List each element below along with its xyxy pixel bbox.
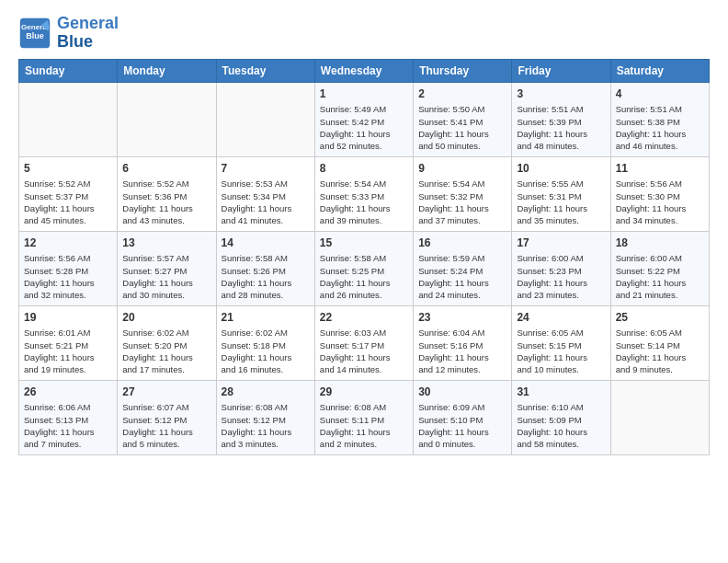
day-info: Sunrise: 5:56 AMSunset: 5:28 PMDaylight:… xyxy=(24,252,112,301)
calendar-cell: 5Sunrise: 5:52 AMSunset: 5:37 PMDaylight… xyxy=(19,156,118,231)
day-info: Sunrise: 6:07 AMSunset: 5:12 PMDaylight:… xyxy=(122,401,210,450)
day-info: Sunrise: 5:58 AMSunset: 5:26 PMDaylight:… xyxy=(222,252,310,301)
calendar-cell: 14Sunrise: 5:58 AMSunset: 5:26 PMDayligh… xyxy=(216,231,314,305)
day-info: Sunrise: 6:09 AMSunset: 5:10 PMDaylight:… xyxy=(418,401,506,450)
calendar-cell: 17Sunrise: 6:00 AMSunset: 5:23 PMDayligh… xyxy=(512,231,610,305)
calendar-cell: 30Sunrise: 6:09 AMSunset: 5:10 PMDayligh… xyxy=(414,380,512,454)
day-number: 12 xyxy=(24,236,112,251)
day-info: Sunrise: 5:59 AMSunset: 5:24 PMDaylight:… xyxy=(418,252,506,301)
day-info: Sunrise: 6:00 AMSunset: 5:22 PMDaylight:… xyxy=(616,252,704,301)
day-number: 28 xyxy=(222,385,310,400)
calendar-cell: 16Sunrise: 5:59 AMSunset: 5:24 PMDayligh… xyxy=(414,231,512,305)
calendar-cell xyxy=(118,82,216,156)
day-info: Sunrise: 6:03 AMSunset: 5:17 PMDaylight:… xyxy=(320,327,408,375)
day-number: 6 xyxy=(122,161,210,177)
weekday-header-monday: Monday xyxy=(118,59,216,82)
calendar-cell xyxy=(610,380,709,454)
day-number: 30 xyxy=(418,385,506,400)
calendar-cell: 28Sunrise: 6:08 AMSunset: 5:12 PMDayligh… xyxy=(216,380,314,454)
day-number: 8 xyxy=(320,161,408,177)
day-number: 17 xyxy=(517,236,605,251)
logo-text: GeneralBlue xyxy=(57,15,119,52)
day-number: 24 xyxy=(517,310,605,326)
day-info: Sunrise: 5:49 AMSunset: 5:42 PMDaylight:… xyxy=(320,103,408,152)
day-info: Sunrise: 5:51 AMSunset: 5:38 PMDaylight:… xyxy=(616,103,704,152)
day-info: Sunrise: 6:06 AMSunset: 5:13 PMDaylight:… xyxy=(24,401,112,450)
calendar-cell: 10Sunrise: 5:55 AMSunset: 5:31 PMDayligh… xyxy=(512,156,610,231)
day-number: 25 xyxy=(616,310,704,326)
day-info: Sunrise: 5:54 AMSunset: 5:32 PMDaylight:… xyxy=(418,178,506,226)
day-number: 21 xyxy=(222,310,310,326)
day-number: 27 xyxy=(122,385,210,400)
day-info: Sunrise: 5:53 AMSunset: 5:34 PMDaylight:… xyxy=(222,178,310,226)
day-info: Sunrise: 6:01 AMSunset: 5:21 PMDaylight:… xyxy=(24,327,112,375)
calendar-cell: 3Sunrise: 5:51 AMSunset: 5:39 PMDaylight… xyxy=(512,82,610,156)
calendar-cell: 8Sunrise: 5:54 AMSunset: 5:33 PMDaylight… xyxy=(314,156,413,231)
weekday-header-tuesday: Tuesday xyxy=(216,59,314,82)
day-info: Sunrise: 6:05 AMSunset: 5:14 PMDaylight:… xyxy=(616,327,704,375)
svg-text:Blue: Blue xyxy=(26,31,44,40)
calendar-cell: 27Sunrise: 6:07 AMSunset: 5:12 PMDayligh… xyxy=(118,380,216,454)
calendar-cell: 29Sunrise: 6:08 AMSunset: 5:11 PMDayligh… xyxy=(314,380,413,454)
day-info: Sunrise: 5:54 AMSunset: 5:33 PMDaylight:… xyxy=(320,178,408,226)
day-number: 20 xyxy=(122,310,210,326)
day-info: Sunrise: 5:50 AMSunset: 5:41 PMDaylight:… xyxy=(418,103,506,152)
day-info: Sunrise: 6:05 AMSunset: 5:15 PMDaylight:… xyxy=(517,327,605,375)
day-number: 9 xyxy=(418,161,506,177)
day-info: Sunrise: 6:04 AMSunset: 5:16 PMDaylight:… xyxy=(418,327,506,375)
day-number: 22 xyxy=(320,310,408,326)
calendar-cell: 9Sunrise: 5:54 AMSunset: 5:32 PMDaylight… xyxy=(414,156,512,231)
day-info: Sunrise: 5:56 AMSunset: 5:30 PMDaylight:… xyxy=(616,178,704,226)
calendar-cell: 12Sunrise: 5:56 AMSunset: 5:28 PMDayligh… xyxy=(19,231,118,305)
calendar-cell: 2Sunrise: 5:50 AMSunset: 5:41 PMDaylight… xyxy=(414,82,512,156)
calendar-cell: 25Sunrise: 6:05 AMSunset: 5:14 PMDayligh… xyxy=(610,305,709,380)
day-number: 1 xyxy=(320,86,408,102)
day-info: Sunrise: 6:00 AMSunset: 5:23 PMDaylight:… xyxy=(517,252,605,301)
day-number: 16 xyxy=(418,236,506,251)
day-number: 14 xyxy=(222,236,310,251)
weekday-header-friday: Friday xyxy=(512,59,610,82)
calendar-cell: 7Sunrise: 5:53 AMSunset: 5:34 PMDaylight… xyxy=(216,156,314,231)
calendar-cell: 20Sunrise: 6:02 AMSunset: 5:20 PMDayligh… xyxy=(118,305,216,380)
logo: General Blue GeneralBlue xyxy=(18,15,119,52)
day-info: Sunrise: 6:08 AMSunset: 5:11 PMDaylight:… xyxy=(320,401,408,450)
calendar-cell: 23Sunrise: 6:04 AMSunset: 5:16 PMDayligh… xyxy=(414,305,512,380)
weekday-header-sunday: Sunday xyxy=(19,59,118,82)
day-number: 5 xyxy=(24,161,112,177)
weekday-header-wednesday: Wednesday xyxy=(314,59,413,82)
calendar-cell: 21Sunrise: 6:02 AMSunset: 5:18 PMDayligh… xyxy=(216,305,314,380)
day-number: 18 xyxy=(616,236,704,251)
calendar-cell xyxy=(19,82,118,156)
calendar-cell: 24Sunrise: 6:05 AMSunset: 5:15 PMDayligh… xyxy=(512,305,610,380)
calendar-cell: 22Sunrise: 6:03 AMSunset: 5:17 PMDayligh… xyxy=(314,305,413,380)
calendar-cell xyxy=(216,82,314,156)
calendar-cell: 15Sunrise: 5:58 AMSunset: 5:25 PMDayligh… xyxy=(314,231,413,305)
day-info: Sunrise: 6:08 AMSunset: 5:12 PMDaylight:… xyxy=(222,401,310,450)
calendar-cell: 18Sunrise: 6:00 AMSunset: 5:22 PMDayligh… xyxy=(610,231,709,305)
day-number: 11 xyxy=(616,161,704,177)
day-number: 26 xyxy=(24,385,112,400)
weekday-header-saturday: Saturday xyxy=(610,59,709,82)
day-number: 4 xyxy=(616,86,704,102)
day-number: 13 xyxy=(122,236,210,251)
day-number: 2 xyxy=(418,86,506,102)
calendar-cell: 1Sunrise: 5:49 AMSunset: 5:42 PMDaylight… xyxy=(314,82,413,156)
day-info: Sunrise: 5:52 AMSunset: 5:37 PMDaylight:… xyxy=(24,178,112,226)
day-number: 23 xyxy=(418,310,506,326)
day-info: Sunrise: 5:52 AMSunset: 5:36 PMDaylight:… xyxy=(122,178,210,226)
calendar-cell: 11Sunrise: 5:56 AMSunset: 5:30 PMDayligh… xyxy=(610,156,709,231)
day-info: Sunrise: 5:51 AMSunset: 5:39 PMDaylight:… xyxy=(517,103,605,152)
day-number: 7 xyxy=(222,161,310,177)
day-number: 29 xyxy=(320,385,408,400)
day-info: Sunrise: 5:57 AMSunset: 5:27 PMDaylight:… xyxy=(122,252,210,301)
day-info: Sunrise: 5:58 AMSunset: 5:25 PMDaylight:… xyxy=(320,252,408,301)
logo-icon: General Blue xyxy=(18,17,51,50)
calendar-cell: 6Sunrise: 5:52 AMSunset: 5:36 PMDaylight… xyxy=(118,156,216,231)
day-number: 15 xyxy=(320,236,408,251)
weekday-header-thursday: Thursday xyxy=(414,59,512,82)
calendar-cell: 26Sunrise: 6:06 AMSunset: 5:13 PMDayligh… xyxy=(19,380,118,454)
day-info: Sunrise: 6:02 AMSunset: 5:20 PMDaylight:… xyxy=(122,327,210,375)
calendar-table: SundayMondayTuesdayWednesdayThursdayFrid… xyxy=(18,59,710,455)
calendar-cell: 4Sunrise: 5:51 AMSunset: 5:38 PMDaylight… xyxy=(610,82,709,156)
calendar-cell: 31Sunrise: 6:10 AMSunset: 5:09 PMDayligh… xyxy=(512,380,610,454)
